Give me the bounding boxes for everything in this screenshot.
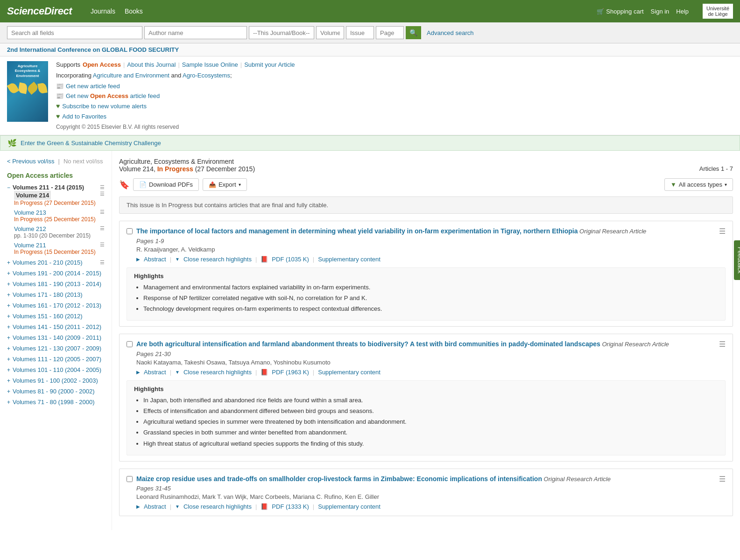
vol-group-header-101-110[interactable]: + Volumes 101 - 110 (2004 - 2005) <box>7 366 105 373</box>
abstract-triangle-3: ▶ <box>136 504 140 509</box>
vol-group-header-111-120[interactable]: + Volumes 111 - 120 (2005 - 2007) <box>7 356 105 363</box>
issue-input[interactable] <box>346 26 374 39</box>
vol-list-icon: ☰ <box>100 184 105 190</box>
conference-banner: 2nd International Conference on GLOBAL F… <box>0 43 740 56</box>
site-logo[interactable]: ScienceDirect <box>7 5 72 17</box>
vol-group-label-171-180: Volumes 171 - 180 (2013) <box>13 291 83 298</box>
vol-214-status: In Progress (27 December 2015) <box>14 200 105 206</box>
vol-group-header-201-210[interactable]: + Volumes 201 - 210 (2015) ☰ <box>7 259 105 266</box>
vol-group-101-110: + Volumes 101 - 110 (2004 - 2005) <box>7 366 105 373</box>
article-2-title-link[interactable]: Are both agricultural intensification an… <box>136 340 600 348</box>
article-2-abstract-link[interactable]: Abstract <box>144 369 166 376</box>
search-input[interactable] <box>7 26 142 39</box>
bookmark-icon: 🔖 <box>119 180 129 190</box>
article-1-pdf-link[interactable]: PDF (1035 K) <box>272 256 309 263</box>
article-1-highlights: Highlights Management and environmental … <box>127 267 726 321</box>
article-3-type: Original Research Article <box>544 476 611 483</box>
shopping-cart[interactable]: 🛒 Shopping cart <box>597 8 643 15</box>
article-3-supplementary-link[interactable]: Supplementary content <box>318 503 381 510</box>
volume-input[interactable] <box>316 26 344 39</box>
article-1-abstract-link[interactable]: Abstract <box>144 256 166 263</box>
article-header-3: Maize crop residue uses and trade-offs o… <box>127 475 726 511</box>
vol-group-header-81-90[interactable]: + Volumes 81 - 90 (2000 - 2002) <box>7 388 105 395</box>
article-3-abstract-link[interactable]: Abstract <box>144 503 166 510</box>
vol-213-link[interactable]: Volume 213 <box>14 209 46 216</box>
vol-group-header-141-150[interactable]: + Volumes 141 - 150 (2011 - 2012) <box>7 323 105 330</box>
article-3-title-link[interactable]: Maize crop residue uses and trade-offs o… <box>136 475 542 483</box>
vol-item-row-211: Volume 211 ☰ <box>14 242 105 249</box>
main-nav: Journals Books <box>91 7 143 15</box>
vol-item-213: Volume 213 ☰ In Progress (25 December 20… <box>14 209 105 223</box>
article-2-title-row: Are both agricultural intensification an… <box>136 340 715 349</box>
article-3-checkbox[interactable] <box>127 476 133 482</box>
article-3-pdf-link[interactable]: PDF (1333 K) <box>272 503 309 510</box>
export-button[interactable]: 📤 Export ▾ <box>203 178 247 191</box>
add-favorites-link[interactable]: ♥ Add to Favorites <box>56 112 733 120</box>
submit-article-link[interactable]: Submit your Article <box>244 61 295 68</box>
vol-group-header-171-180[interactable]: + Volumes 171 - 180 (2013) <box>7 291 105 298</box>
challenge-link[interactable]: Enter the Green & Sustainable Chemistry … <box>21 140 161 147</box>
article-3-highlights-link[interactable]: Close research highlights <box>183 503 252 510</box>
article-1-list-icon: ☰ <box>719 227 726 236</box>
article-1-title-link[interactable]: The importance of local factors and mana… <box>136 227 578 235</box>
article-2-highlights-link[interactable]: Close research highlights <box>183 369 252 376</box>
rss-feed-link[interactable]: 📰 Get new article feed <box>56 83 733 90</box>
advanced-search-link[interactable]: Advanced search <box>427 29 473 36</box>
vol-212-link[interactable]: Volume 212 <box>14 225 46 232</box>
vol-group-header-121-130[interactable]: + Volumes 121 - 130 (2007 - 2009) <box>7 345 105 352</box>
conference-link[interactable]: 2nd International Conference on GLOBAL F… <box>7 46 179 53</box>
sep-1: | <box>170 256 171 263</box>
vol-item-row-213: Volume 213 ☰ <box>14 209 105 216</box>
vol-group-header-161-170[interactable]: + Volumes 161 - 170 (2012 - 2013) <box>7 302 105 309</box>
vol-group-121-130: + Volumes 121 - 130 (2007 - 2009) <box>7 345 105 352</box>
article-1-supplementary-link[interactable]: Supplementary content <box>318 256 381 263</box>
main-content: < Previous vol/iss | No next vol/iss Ope… <box>0 151 740 530</box>
article-2-checkbox[interactable] <box>127 341 133 347</box>
nav-books[interactable]: Books <box>125 7 143 15</box>
challenge-banner: 🌿 Enter the Green & Sustainable Chemistr… <box>0 135 740 151</box>
all-access-types-button[interactable]: ▼ All access types ▾ <box>664 178 733 191</box>
vol-group-header-191-200[interactable]: + Volumes 191 - 200 (2014 - 2015) <box>7 270 105 277</box>
subscribe-alerts-link[interactable]: ♥ Subscribe to new volume alerts <box>56 102 733 110</box>
vol-group-header-131-140[interactable]: + Volumes 131 - 140 (2009 - 2011) <box>7 334 105 341</box>
prev-vol-link[interactable]: < Previous vol/iss <box>7 158 55 165</box>
article-2-supplementary-link[interactable]: Supplementary content <box>318 369 381 376</box>
journal-input[interactable] <box>249 26 314 39</box>
vol-group-label-161-170: Volumes 161 - 170 (2012 - 2013) <box>13 302 101 309</box>
sign-in-link[interactable]: Sign in <box>651 8 670 15</box>
vol-211-link[interactable]: Volume 211 <box>14 242 46 249</box>
author-input[interactable] <box>144 26 247 39</box>
article-2-pdf-link[interactable]: PDF (1963 K) <box>272 369 309 376</box>
pdf-icon-3: 📕 <box>261 503 268 510</box>
expand-icon-9: + <box>7 335 10 341</box>
vol-group-header-91-100[interactable]: + Volumes 91 - 100 (2002 - 2003) <box>7 377 105 384</box>
about-journal-link[interactable]: About this Journal <box>127 61 176 68</box>
download-pdfs-button[interactable]: 📄 Download PDFs <box>133 178 199 191</box>
vol-group-91-100: + Volumes 91 - 100 (2002 - 2003) <box>7 377 105 384</box>
search-button[interactable]: 🔍 <box>406 26 421 39</box>
article-2-pages: Pages 21-30 <box>136 350 715 357</box>
vol-group-header-181-190[interactable]: + Volumes 181 - 190 (2013 - 2014) <box>7 280 105 287</box>
sidebar-title: Open Access articles <box>7 172 105 179</box>
vol-group-191-200: + Volumes 191 - 200 (2014 - 2015) <box>7 270 105 277</box>
vol-group-header-2015[interactable]: − Volumes 211 - 214 (2015) ☰ <box>7 184 105 191</box>
agro-link[interactable]: Agro-Ecosystems <box>183 72 230 79</box>
article-1-checkbox[interactable] <box>127 228 133 234</box>
vol-group-header-71-80[interactable]: + Volumes 71 - 80 (1998 - 2000) <box>7 399 105 406</box>
sep-8: | <box>255 503 257 510</box>
pdf-icon-1: 📕 <box>261 256 268 263</box>
vol-group-header-151-160[interactable]: + Volumes 151 - 160 (2012) <box>7 313 105 320</box>
sidebar-nav: < Previous vol/iss | No next vol/iss <box>7 158 105 165</box>
oa-rss-feed-link[interactable]: 📰 Get new Open Access article feed <box>56 92 733 99</box>
article-1-highlights-link[interactable]: Close research highlights <box>183 256 252 263</box>
header: ScienceDirect Journals Books 🛒 Shopping … <box>0 0 740 22</box>
vol-214-link[interactable]: Volume 214 <box>14 191 51 200</box>
journal-details: Supports Open Access | About this Journa… <box>56 61 733 130</box>
ag-env-link[interactable]: Agriculture and Environment <box>93 72 169 79</box>
nav-journals[interactable]: Journals <box>91 7 115 15</box>
article-1-type: Original Research Article <box>579 228 646 235</box>
page-input[interactable] <box>376 26 404 39</box>
sample-issue-link[interactable]: Sample Issue Online <box>182 61 238 68</box>
help-link[interactable]: Help <box>676 8 689 15</box>
feedback-tab[interactable]: Feedback <box>734 240 740 280</box>
